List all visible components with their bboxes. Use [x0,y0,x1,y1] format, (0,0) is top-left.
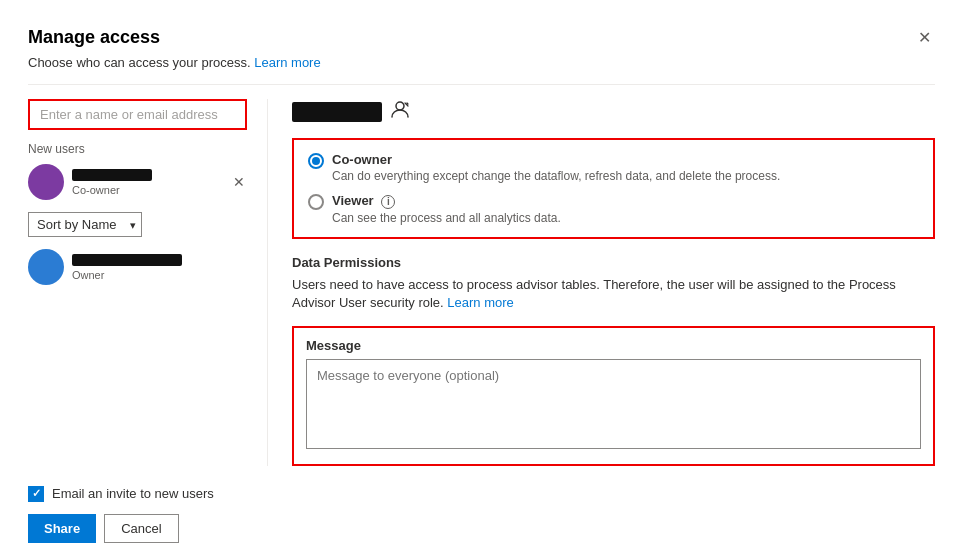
coowner-label-group: Co-owner Can do everything except change… [332,152,780,183]
viewer-info-icon[interactable]: i [381,195,395,209]
checkbox-check: ✓ [32,487,41,500]
close-button[interactable]: ✕ [914,24,935,51]
user-name-bar-1 [72,169,152,181]
user-info-1: Co-owner [72,169,223,196]
left-panel: New users Co-owner ✕ Sort by Name Sort b… [28,99,268,466]
user-row-1: Co-owner ✕ [28,164,247,200]
message-textarea[interactable] [306,359,921,449]
email-invite-label: Email an invite to new users [52,486,214,501]
sort-wrapper: Sort by Name Sort by Role [28,212,142,237]
data-permissions-title: Data Permissions [292,255,935,270]
data-permissions-desc: Users need to have access to process adv… [292,276,935,312]
share-button[interactable]: Share [28,514,96,543]
avatar-user1 [28,164,64,200]
learn-more-link-data[interactable]: Learn more [447,295,513,310]
message-outer-border: Message [292,326,935,466]
header-divider [28,84,935,85]
svg-point-0 [396,102,404,110]
sort-select[interactable]: Sort by Name Sort by Role [28,212,142,237]
coowner-desc: Can do everything except change the data… [332,169,780,183]
viewer-radio[interactable] [308,194,324,210]
user-role-2: Owner [72,269,247,281]
search-input[interactable] [28,99,247,130]
manage-access-modal: Manage access ✕ Choose who can access yo… [0,0,963,547]
top-right-row [292,99,935,124]
email-invite-row: ✓ Email an invite to new users [28,486,935,502]
cancel-button[interactable]: Cancel [104,514,178,543]
remove-user1-button[interactable]: ✕ [231,172,247,192]
user-name-bar-2 [72,254,182,266]
user-row-2: Owner [28,249,247,285]
action-buttons: Share Cancel [28,514,935,543]
viewer-desc: Can see the process and all analytics da… [332,211,561,225]
selected-user-bar [292,102,382,122]
right-panel: Co-owner Can do everything except change… [268,99,935,466]
learn-more-link-top[interactable]: Learn more [254,55,320,70]
content-row: New users Co-owner ✕ Sort by Name Sort b… [28,99,935,466]
coowner-label: Co-owner [332,152,780,167]
role-selection-box: Co-owner Can do everything except change… [292,138,935,239]
modal-header: Manage access ✕ [28,24,935,51]
viewer-label: Viewer i [332,193,561,209]
sort-dropdown-container: Sort by Name Sort by Role [28,212,247,237]
footer: ✓ Email an invite to new users Share Can… [28,486,935,543]
coowner-option[interactable]: Co-owner Can do everything except change… [308,152,919,183]
data-permissions-section: Data Permissions Users need to have acce… [292,255,935,312]
user-info-2: Owner [72,254,247,281]
subtitle-text: Choose who can access your process. Lear… [28,55,935,70]
email-invite-checkbox[interactable]: ✓ [28,486,44,502]
modal-title: Manage access [28,27,160,48]
viewer-option[interactable]: Viewer i Can see the process and all ana… [308,193,919,225]
person-icon [390,99,410,124]
new-users-label: New users [28,142,247,156]
coowner-radio[interactable] [308,153,324,169]
message-section: Message [292,326,935,466]
user-role-1: Co-owner [72,184,223,196]
avatar-user2 [28,249,64,285]
message-label: Message [306,338,921,353]
viewer-label-group: Viewer i Can see the process and all ana… [332,193,561,225]
